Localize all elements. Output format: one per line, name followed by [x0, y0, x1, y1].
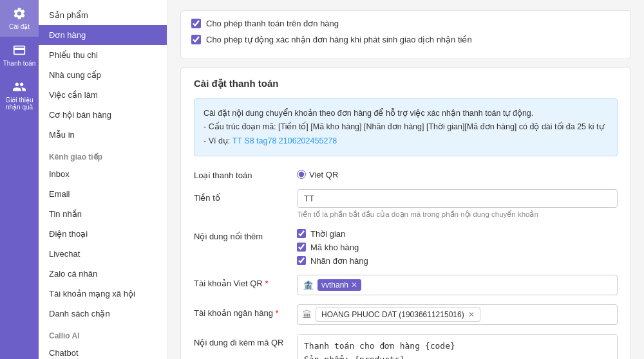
- control-loai-tt: Viet QR: [297, 167, 618, 180]
- checkbox-cho-phep-xn-label: Cho phép tự động xác nhận đơn hàng khi p…: [206, 35, 472, 44]
- label-tk-viet-qr: Tài khoản Viet QR *: [194, 275, 297, 288]
- control-tien-to: Tiền tố là phần bắt đầu của đoạn mã tron…: [297, 189, 618, 219]
- section-kenh-giao-tiep: Kênh giao tiếp: [39, 145, 167, 164]
- checkbox-ma-kho-input[interactable]: [297, 243, 306, 252]
- tag-input-ngan-hang[interactable]: 🏛 HOANG PHUOC DAT (19036611215016) ✕: [297, 304, 618, 325]
- nav-item-dien-thoai[interactable]: Điện thoại: [39, 224, 167, 244]
- payment-settings-card: Cài đặt thanh toán Cài đặt nội dung chuy…: [180, 67, 631, 359]
- checkbox-cho-phep-tt[interactable]: Cho phép thanh toán trên đơn hàng: [191, 19, 620, 28]
- required-ngan-hang: *: [276, 308, 279, 318]
- nav-item-nha-cung-cap[interactable]: Nhà cung cấp: [39, 65, 167, 85]
- sidebar-icon-referral[interactable]: Giới thiệu nhận quà: [0, 73, 39, 117]
- info-highlight: TT S8 tag78 2106202455278: [232, 136, 337, 145]
- required-viet-qr: *: [265, 279, 268, 288]
- tag-vvthanh: vvthanh ✕: [317, 279, 361, 291]
- tag-hoang-phuoc-dat-label: HOANG PHUOC DAT (19036611215016): [321, 310, 464, 319]
- info-line1: Cài đặt nội dung chuyển khoản theo đơn h…: [204, 109, 533, 118]
- nav-item-livechat[interactable]: Livechat: [39, 244, 167, 264]
- checkbox-thoi-gian-label: Thời gian: [310, 229, 345, 239]
- checkbox-ma-kho[interactable]: Mã kho hàng: [297, 243, 618, 252]
- sidebar-icon-settings[interactable]: Cài đặt: [0, 0, 39, 37]
- nav-item-viec-can-lam[interactable]: Việc cần làm: [39, 85, 167, 105]
- label-loai-tt: Loại thanh toán: [194, 167, 297, 180]
- tag-vvthanh-label: vvthanh: [321, 281, 348, 290]
- bank-icon-viet-qr: 🏦: [303, 280, 314, 290]
- info-line3-prefix: - Ví dụ:: [204, 136, 232, 145]
- sidebar-icon-referral-label: Giới thiệu nhận quà: [3, 97, 36, 111]
- checkbox-cho-phep-xn-input[interactable]: [191, 35, 201, 44]
- field-noi-dung-noi-them: Nội dung nối thêm Thời gian Mã kho hàng …: [194, 228, 618, 266]
- field-tk-viet-qr: Tài khoản Viet QR * 🏦 vvthanh ✕: [194, 275, 618, 295]
- radio-group-loai-tt: Viet QR: [297, 167, 618, 180]
- sidebar-icon-settings-label: Cài đặt: [9, 23, 30, 30]
- nav-item-tin-nhan[interactable]: Tin nhắn: [39, 204, 167, 224]
- hint-tien-to: Tiền tố là phần bắt đầu của đoạn mã tron…: [297, 210, 618, 219]
- nav-item-ds-chan[interactable]: Danh sách chặn: [39, 304, 167, 324]
- nav-item-email[interactable]: Email: [39, 184, 167, 204]
- tag-hoang-phuoc-dat-close[interactable]: ✕: [468, 310, 475, 319]
- nav-sidebar: Sản phẩm Đơn hàng Phiếu thu chi Nhà cung…: [39, 0, 167, 359]
- control-tk-ngan-hang: 🏛 HOANG PHUOC DAT (19036611215016) ✕: [297, 304, 618, 325]
- bank-icon-ngan-hang: 🏛: [303, 309, 312, 320]
- label-noi-dung-noi-them: Nội dung nối thêm: [194, 228, 297, 241]
- label-tk-ngan-hang: Tài khoản ngân hàng *: [194, 304, 297, 318]
- radio-viet-qr-label: Viet QR: [309, 170, 338, 180]
- checkbox-nhan-don-input[interactable]: [297, 256, 306, 265]
- sidebar-icon-payment[interactable]: Thanh toán: [0, 37, 39, 73]
- checkbox-cho-phep-xn[interactable]: Cho phép tự động xác nhận đơn hàng khi p…: [191, 35, 620, 44]
- label-tien-to: Tiền tố: [194, 189, 297, 203]
- checkbox-nhan-don[interactable]: Nhãn đơn hàng: [297, 256, 618, 266]
- checkbox-group-noi-dung: Thời gian Mã kho hàng Nhãn đơn hàng: [297, 228, 618, 266]
- sidebar-icon-payment-label: Thanh toán: [3, 60, 36, 67]
- control-noi-dung-ma-qr: Mã đơn hàng Tên khách hàng Số điện thoại…: [297, 334, 618, 359]
- payment-settings-title: Cài đặt thanh toán: [194, 78, 618, 89]
- nav-item-mxh[interactable]: Tài khoản mạng xã hội: [39, 284, 167, 304]
- main-content: Cho phép thanh toán trên đơn hàng Cho ph…: [167, 0, 644, 359]
- checkbox-ma-kho-label: Mã kho hàng: [310, 243, 359, 252]
- nav-item-co-hoi-ban-hang[interactable]: Cơ hội bán hàng: [39, 105, 167, 125]
- icon-sidebar: Cài đặt Thanh toán Giới thiệu nhận quà: [0, 0, 39, 359]
- field-loai-tt: Loại thanh toán Viet QR: [194, 167, 618, 180]
- nav-item-inbox[interactable]: Inbox: [39, 164, 167, 184]
- label-noi-dung-ma-qr: Nội dung đi kèm mã QR: [194, 334, 297, 347]
- control-noi-dung-noi-them: Thời gian Mã kho hàng Nhãn đơn hàng: [297, 228, 618, 266]
- nav-item-phieu-thu-chi[interactable]: Phiếu thu chi: [39, 45, 167, 65]
- field-noi-dung-ma-qr: Nội dung đi kèm mã QR Mã đơn hàng Tên kh…: [194, 334, 618, 359]
- checkbox-cho-phep-tt-input[interactable]: [191, 19, 201, 28]
- info-line2: - Cấu trúc đoạn mã: [Tiền tố] [Mã kho hà…: [204, 122, 604, 131]
- checkbox-thoi-gian[interactable]: Thời gian: [297, 229, 618, 239]
- radio-viet-qr[interactable]: Viet QR: [297, 170, 338, 180]
- checkbox-nhan-don-label: Nhãn đơn hàng: [310, 256, 368, 266]
- textarea-noi-dung-ma-qr[interactable]: [297, 334, 618, 359]
- control-tk-viet-qr: 🏦 vvthanh ✕: [297, 275, 618, 295]
- checkbox-thoi-gian-input[interactable]: [297, 229, 306, 238]
- info-box: Cài đặt nội dung chuyển khoản theo đơn h…: [194, 98, 618, 156]
- field-tk-ngan-hang: Tài khoản ngân hàng * 🏛 HOANG PHUOC DAT …: [194, 304, 618, 325]
- nav-item-mau-in[interactable]: Mẫu in: [39, 125, 167, 145]
- tag-hoang-phuoc-dat: HOANG PHUOC DAT (19036611215016) ✕: [316, 308, 480, 322]
- section-callio-ai: Callio AI: [39, 324, 167, 343]
- tag-input-viet-qr[interactable]: 🏦 vvthanh ✕: [297, 275, 618, 295]
- nav-item-zalo[interactable]: Zalo cá nhân: [39, 264, 167, 284]
- nav-item-san-pham[interactable]: Sản phẩm: [39, 5, 167, 25]
- radio-viet-qr-input[interactable]: [297, 170, 306, 179]
- nav-item-don-hang[interactable]: Đơn hàng: [39, 25, 167, 45]
- input-tien-to[interactable]: [297, 189, 618, 208]
- tag-vvthanh-close[interactable]: ✕: [351, 281, 357, 290]
- nav-item-chatbot[interactable]: Chatbot: [39, 343, 167, 359]
- field-tien-to: Tiền tố Tiền tố là phần bắt đầu của đoạn…: [194, 189, 618, 219]
- checkbox-cho-phep-tt-label: Cho phép thanh toán trên đơn hàng: [206, 19, 339, 28]
